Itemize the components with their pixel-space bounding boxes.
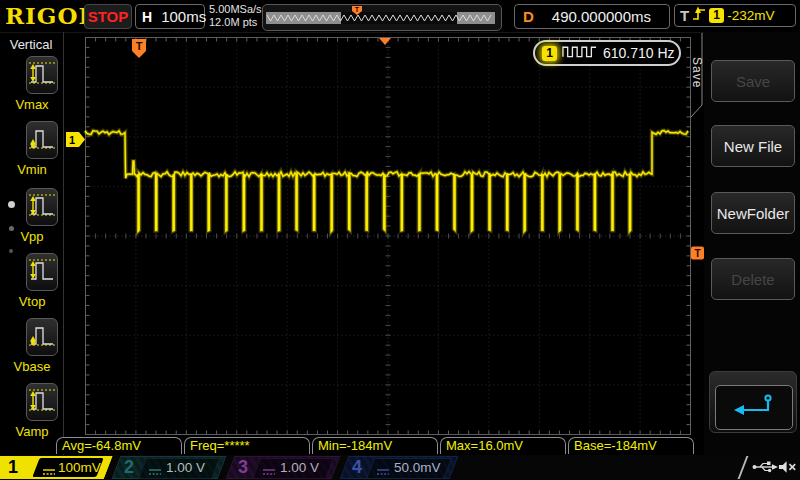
channel-2-scale: 1.00 V bbox=[166, 455, 205, 480]
measure-item-vmin-button[interactable] bbox=[26, 121, 58, 159]
measure-item-vpp-button[interactable] bbox=[26, 188, 58, 226]
memory-position-bar: T bbox=[262, 4, 502, 31]
sample-rate: 5.00MSa/s bbox=[209, 3, 262, 16]
delay-label: D bbox=[523, 8, 534, 25]
timebase-box: H 100ms bbox=[135, 4, 205, 29]
memory-depth: 12.0M pts bbox=[209, 16, 262, 29]
vmin-icon bbox=[27, 142, 57, 159]
delay-value: 490.000000ms bbox=[534, 8, 669, 25]
rigol-logo: RIGOL bbox=[5, 2, 96, 29]
vtop-icon bbox=[27, 274, 57, 291]
dc-coupling-icon bbox=[148, 463, 162, 480]
channel-status-bar: 1 100mV 2 1.00 V 3 1.00 V 4 50.0mV bbox=[0, 455, 800, 480]
measure-item-vtop-label: Vtop bbox=[0, 294, 64, 309]
measure-item-vmin-label: Vmin bbox=[0, 162, 64, 177]
dc-coupling-icon bbox=[262, 463, 276, 480]
memory-waveform-icon: T bbox=[263, 5, 499, 28]
trigger-label: T bbox=[680, 7, 689, 24]
freq-channel-badge: 1 bbox=[542, 46, 557, 61]
measure-item-vmax-button[interactable] bbox=[26, 56, 58, 94]
measurement-avg: Avg=-64.8mV bbox=[56, 437, 182, 454]
statusbar-divider bbox=[738, 456, 749, 479]
delay-box: D 490.000000ms bbox=[514, 4, 670, 29]
svg-text:T: T bbox=[136, 40, 143, 52]
menu-back-button[interactable] bbox=[715, 385, 793, 430]
measurement-min: Min=-184mV bbox=[312, 437, 438, 454]
return-arrow-icon bbox=[732, 392, 776, 424]
right-menu-tab-label: Save bbox=[691, 57, 704, 88]
channel-3-number: 3 bbox=[238, 455, 248, 480]
measure-item-vtop-button[interactable] bbox=[26, 253, 58, 291]
menu-page-dot-3 bbox=[9, 249, 13, 253]
freq-value: 610.710 Hz bbox=[603, 45, 675, 61]
topbar-divider bbox=[0, 32, 800, 33]
channel-4-scale: 50.0mV bbox=[394, 455, 441, 480]
channel-2-number: 2 bbox=[124, 455, 134, 480]
graticule-and-waveform: TT1 bbox=[0, 0, 800, 480]
channel-1-number: 1 bbox=[8, 455, 18, 480]
measurement-freq: Freq=***** bbox=[184, 437, 310, 454]
left-menu-divider bbox=[63, 32, 64, 455]
trigger-level-value: -232mV bbox=[727, 8, 774, 23]
rising-edge-icon bbox=[692, 5, 706, 26]
save-button[interactable]: Save bbox=[711, 60, 795, 102]
measure-item-vmax-label: Vmax bbox=[0, 97, 64, 112]
square-wave-icon bbox=[562, 44, 598, 63]
menu-page-dot-1 bbox=[8, 201, 15, 208]
trigger-status-box: T 1 -232mV bbox=[674, 4, 796, 27]
dc-coupling-icon bbox=[42, 463, 56, 480]
vamp-icon bbox=[27, 404, 57, 421]
measure-item-vbase-label: Vbase bbox=[0, 359, 64, 374]
measure-item-vamp-label: Vamp bbox=[0, 424, 64, 439]
usb-icon bbox=[752, 460, 778, 478]
new-folder-button[interactable]: NewFolder bbox=[711, 192, 795, 234]
oscilloscope-screen: RIGOL STOP H 100ms 5.00MSa/s 12.0M pts T… bbox=[0, 0, 800, 480]
measure-item-vpp-label: Vpp bbox=[0, 229, 64, 244]
left-menu-title: Vertical bbox=[0, 37, 62, 52]
svg-text:1: 1 bbox=[69, 134, 75, 146]
dc-coupling-icon bbox=[376, 463, 390, 480]
timebase-label: H bbox=[142, 9, 152, 25]
channel-4-number: 4 bbox=[352, 455, 362, 480]
run-state-badge: STOP bbox=[84, 4, 132, 29]
measure-item-vbase-button[interactable] bbox=[26, 318, 58, 356]
trigger-source-badge: 1 bbox=[709, 8, 724, 23]
frequency-counter: 1 610.710 Hz bbox=[533, 40, 681, 66]
measure-item-vamp-button[interactable] bbox=[26, 383, 58, 421]
timebase-value: 100ms bbox=[161, 8, 206, 25]
acquisition-info: 5.00MSa/s 12.0M pts bbox=[209, 3, 262, 29]
svg-text:T: T bbox=[355, 6, 360, 13]
measurement-base: Base=-184mV bbox=[568, 437, 694, 454]
vpp-icon bbox=[27, 209, 57, 226]
delete-button[interactable]: Delete bbox=[711, 258, 795, 300]
measurement-max: Max=16.0mV bbox=[440, 437, 566, 454]
svg-text:T: T bbox=[694, 248, 700, 259]
speaker-muted-icon bbox=[778, 460, 799, 478]
channel-1-scale: 100mV bbox=[58, 455, 101, 480]
channel-3-scale: 1.00 V bbox=[280, 455, 319, 480]
vmax-icon bbox=[27, 77, 57, 94]
menu-page-dot-2 bbox=[9, 226, 14, 231]
new-file-button[interactable]: New File bbox=[711, 125, 795, 167]
vbase-icon bbox=[27, 339, 57, 356]
